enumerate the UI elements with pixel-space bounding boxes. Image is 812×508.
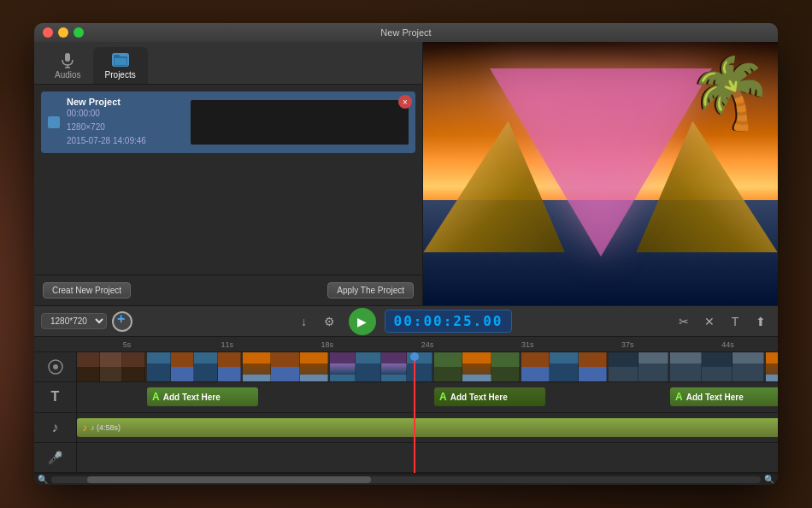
svg-point-7 [53, 364, 58, 369]
creat-new-project-button[interactable]: Creat New Project [43, 282, 131, 298]
ruler-mark-18s: 18s [277, 340, 377, 349]
clip-9[interactable] [766, 352, 778, 382]
mic-track-label: 🎤 [34, 443, 76, 473]
clip-thumb-3 [243, 352, 328, 382]
tab-audios-label: Audios [55, 70, 81, 80]
palm-right-icon: 🌴 [688, 59, 774, 127]
text-track-icon: T [51, 389, 60, 405]
clip-1[interactable] [77, 352, 145, 382]
scrollbar-track[interactable] [51, 476, 761, 483]
ruler-mark-31s: 31s [478, 340, 578, 349]
app-window: New Project Audios [34, 23, 778, 485]
left-panel: Audios Projects [34, 42, 423, 305]
clip-thumb-9 [766, 352, 778, 382]
project-list: New Project 00:00:00 1280×720 2015-07-28… [34, 85, 422, 275]
ruler-mark-5s: 5s [77, 340, 177, 349]
text-track: A Add Text Here A Add Text Here A Add Te… [77, 382, 778, 412]
text-track-label: T [34, 382, 76, 412]
clip-thumb-4 [330, 352, 432, 382]
video-track-label [34, 352, 76, 382]
settings-icon: ⚙ [324, 315, 335, 328]
project-close-button[interactable]: × [398, 95, 412, 109]
audio-clip-label: ♪ (4:58s) [91, 423, 121, 432]
projects-tab-icon [112, 51, 129, 68]
timeline-area: 1280*720 ↓ ⚙ ▶ 00:00:25.00 ✂ ✕ T [34, 305, 778, 485]
export-icon: ⬆ [756, 315, 766, 328]
timeline-tracks: T ♪ 🎤 [34, 352, 778, 473]
tracks-content: A Add Text Here A Add Text Here A Add Te… [77, 352, 778, 473]
tab-projects-label: Projects [105, 70, 136, 80]
timeline-toolbar: 1280*720 ↓ ⚙ ▶ 00:00:25.00 ✂ ✕ T [34, 306, 778, 337]
delete-button[interactable]: ✕ [699, 311, 720, 332]
svg-rect-5 [115, 58, 127, 65]
add-clip-button[interactable] [112, 311, 132, 332]
window-title: New Project [380, 27, 431, 38]
zoom-in-icon[interactable]: 🔍 [764, 475, 774, 484]
panel-buttons: Creat New Project Apply The Project [34, 275, 422, 305]
mic-icon: 🎤 [48, 451, 62, 464]
timeline-ruler: 5s 11s 18s 24s 31s 37s 44s [34, 337, 778, 352]
project-resolution: 1280×720 [67, 121, 184, 134]
text-clip-icon-3: A [675, 391, 683, 403]
text-clip-2[interactable]: A Add Text Here [434, 387, 545, 406]
scrollbar-area: 🔍 🔍 [34, 473, 778, 485]
play-button[interactable]: ▶ [349, 308, 376, 335]
clip-8[interactable] [670, 352, 764, 382]
preview-image: 🌴 [423, 42, 778, 305]
apply-the-project-button[interactable]: Apply The Project [327, 282, 414, 298]
text-icon: T [732, 315, 739, 328]
scissors-button[interactable]: ✂ [674, 311, 694, 332]
clip-5[interactable] [434, 352, 520, 382]
project-name: New Project [67, 97, 184, 107]
text-clip-label-1: Add Text Here [163, 393, 221, 402]
tab-bar: Audios Projects [34, 42, 422, 85]
main-content: Audios Projects [34, 42, 778, 305]
clip-3[interactable] [243, 352, 328, 382]
svg-rect-0 [65, 53, 70, 62]
ruler-mark-44s: 44s [678, 340, 778, 349]
download-icon: ↓ [301, 315, 307, 328]
clip-thumb-7 [609, 352, 668, 382]
minimize-button[interactable] [58, 27, 68, 38]
ruler-mark-11s: 11s [177, 340, 277, 349]
text-clip-icon-1: A [152, 391, 160, 403]
clip-6[interactable] [521, 352, 607, 382]
scrollbar-thumb[interactable] [87, 476, 371, 483]
titlebar-buttons [43, 27, 84, 38]
preview-panel: 🌴 [423, 42, 778, 305]
close-button[interactable] [43, 27, 53, 38]
audio-track-label: ♪ [34, 413, 76, 443]
play-icon: ▶ [357, 315, 367, 328]
clip-thumb-6 [521, 352, 607, 382]
maximize-button[interactable] [74, 27, 84, 38]
text-clip-1[interactable]: A Add Text Here [147, 387, 258, 406]
zoom-out-icon[interactable]: 🔍 [38, 475, 48, 484]
project-info: New Project 00:00:00 1280×720 2015-07-28… [67, 97, 184, 148]
export-button[interactable]: ⬆ [750, 311, 771, 332]
video-track [77, 352, 778, 382]
ruler-mark-37s: 37s [578, 340, 678, 349]
clip-2[interactable] [147, 352, 241, 382]
clip-thumb-1 [77, 352, 145, 382]
settings-button[interactable]: ⚙ [320, 311, 340, 332]
text-clip-3[interactable]: A Add Text Here [670, 387, 778, 406]
clip-7[interactable] [609, 352, 668, 382]
ruler-mark-24s: 24s [377, 340, 477, 349]
clip-thumb-2 [147, 352, 241, 382]
track-labels: T ♪ 🎤 [34, 352, 77, 473]
audio-clip[interactable]: ♪ ♪ (4:58s) [77, 418, 778, 437]
project-thumbnail [191, 100, 409, 145]
clip-4[interactable] [330, 352, 432, 382]
tab-audios[interactable]: Audios [43, 47, 93, 84]
preview-triangle [490, 68, 712, 257]
audio-tab-icon [59, 51, 76, 68]
audio-clip-icon: ♪ [82, 422, 87, 434]
tab-projects[interactable]: Projects [93, 47, 148, 84]
text-button[interactable]: T [725, 311, 745, 332]
svg-rect-4 [114, 55, 120, 58]
titlebar: New Project [34, 23, 778, 42]
download-button[interactable]: ↓ [294, 311, 315, 332]
project-item[interactable]: New Project 00:00:00 1280×720 2015-07-28… [41, 92, 415, 153]
resolution-select[interactable]: 1280*720 [41, 313, 107, 329]
ruler-marks: 5s 11s 18s 24s 31s 37s 44s [77, 340, 778, 349]
